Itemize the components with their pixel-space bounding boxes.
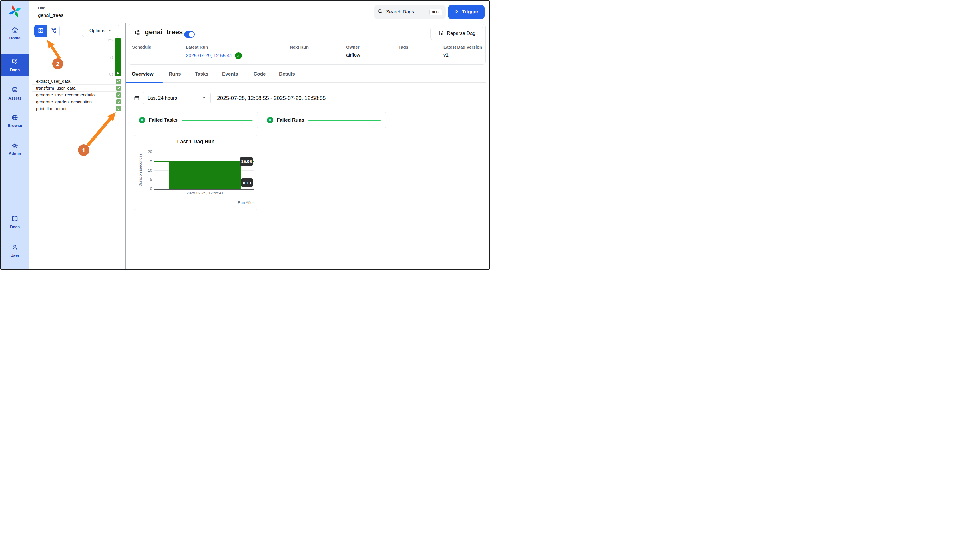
trigger-label: Trigger [462,9,479,15]
dag-run-duration-bar[interactable] [115,38,121,76]
dag-detail-panel: genai_trees Reparse Dag Schedule Latest … [126,23,490,270]
tab-runs[interactable]: Runs [169,71,181,77]
task-row[interactable]: generate_garden_description [32,99,121,105]
trigger-button[interactable]: Trigger [448,5,485,19]
gear-icon [11,142,19,149]
airflow-logo[interactable] [1,4,29,18]
sidebar-item-docs[interactable]: Docs [1,215,29,229]
airflow-pinwheel-icon [8,4,22,18]
task-name: extract_user_data [32,79,70,83]
tab-code[interactable]: Code [254,71,266,77]
task-row[interactable]: extract_user_data [32,78,121,84]
chart-y-axis [154,152,154,190]
tab-overview[interactable]: Overview [132,71,154,77]
dag-title: genai_trees [145,28,183,36]
task-success-check-icon[interactable] [116,106,121,111]
view-toggle [34,25,60,37]
graph-view-button[interactable] [47,25,59,37]
y-tick: 15 [142,159,152,163]
options-dropdown[interactable]: Options [82,25,119,37]
database-icon [11,86,19,94]
latest-run-link[interactable]: 2025-07-29, 12:55:41 [186,53,242,59]
tab-tasks[interactable]: Tasks [195,71,208,77]
reparse-label: Reparse Dag [447,30,476,36]
page-title: genai_trees [38,13,64,18]
gantt-tick-0s: 0s [102,72,113,76]
task-name: transform_user_data [32,86,75,91]
airflow-app-window: Home Dags Assets Browse Admin Docs User … [0,0,490,270]
sidebar-item-dags[interactable]: Dags [1,54,29,76]
task-success-check-icon[interactable] [116,92,121,97]
queued-duration-value-badge: 0.13 [241,178,253,187]
dag-enabled-toggle[interactable] [184,31,195,38]
user-icon [11,244,19,251]
reparse-dag-button[interactable]: Reparse Dag [430,27,484,40]
dag-branch-icon [134,29,142,38]
field-label: Latest Run [186,45,242,49]
time-range-text: 2025-07-28, 12:58:55 - 2025-07-29, 12:58… [217,95,326,101]
globe-icon [11,114,19,121]
task-row[interactable]: print_llm_output [32,105,121,112]
gantt-tick-15s: 15s [102,38,113,42]
task-success-check-icon[interactable] [116,99,121,104]
success-check-icon [235,53,242,59]
gantt-tick-7s: 7s [102,55,113,59]
queued-duration-line [154,189,254,190]
sidebar-item-assets[interactable]: Assets [1,86,29,100]
sidebar-item-label: Browse [8,123,22,128]
field-label: Owner [346,45,360,49]
x-tick-run-timestamp: 2025-07-29, 12:55:41 [171,191,239,195]
field-value: airflow [346,53,360,58]
failed-tasks-count-badge: 0 [139,117,145,123]
search-shortcut-badge: ⌘+K [430,9,442,16]
task-name: generate_tree_recommendatio... [32,92,99,97]
graph-icon [50,27,56,35]
field-value: v1 [444,53,482,58]
tab-details[interactable]: Details [279,71,295,77]
run-duration-value-badge: 15.06 [240,157,253,166]
run-duration-bar[interactable] [169,161,241,189]
task-name: generate_garden_description [32,99,92,104]
book-icon [11,215,19,223]
y-tick: 0 [142,186,152,191]
sidebar-item-browse[interactable]: Browse [1,114,29,128]
task-success-check-icon[interactable] [116,86,121,91]
field-latest-run: Latest Run 2025-07-29, 12:55:41 [186,45,242,59]
tab-events[interactable]: Events [222,71,238,77]
sidebar-item-label: Docs [10,225,20,229]
dag-header-card: genai_trees Reparse Dag Schedule Latest … [128,24,486,65]
run-play-icon [117,72,119,75]
time-range-value: Last 24 hours [148,95,177,101]
field-owner: Owner airflow [346,45,360,58]
task-row[interactable]: transform_user_data [32,84,121,92]
time-range-select[interactable]: Last 24 hours [143,92,211,104]
grid-view-button[interactable] [34,25,47,37]
failed-runs-card: 0 Failed Runs [262,112,386,128]
y-tick: 5 [142,177,152,182]
field-label: Latest Dag Version [444,45,482,49]
sidebar-item-label: Dags [10,67,20,72]
sidebar-item-label: Admin [9,151,21,156]
latest-run-timestamp: 2025-07-29, 12:55:41 [186,53,232,59]
run-duration-line [154,161,254,162]
failed-runs-label: Failed Runs [277,117,304,123]
chevron-down-icon [108,28,112,33]
breadcrumb: Dag [38,6,45,10]
search-dags-input[interactable]: Search Dags ⌘+K [374,5,446,19]
search-icon [377,9,383,16]
dag-grid-panel: Options 15s 7s 0s extract_user_data tran… [29,23,125,270]
field-label: Tags [399,45,408,49]
sidebar-item-home[interactable]: Home [1,26,29,40]
last-dag-run-chart-card: Last 1 Dag Run Duration (seconds) 20 15 … [134,135,258,210]
sidebar-item-label: User [10,253,19,258]
task-row[interactable]: generate_tree_recommendatio... [32,92,121,99]
search-placeholder: Search Dags [386,9,414,15]
chart-x-axis-title: Run After [238,201,254,205]
toggle-knob [189,32,194,37]
sidebar-item-admin[interactable]: Admin [1,142,29,156]
home-icon [11,26,19,34]
failed-runs-sparkline [308,119,381,121]
task-success-check-icon[interactable] [116,79,121,84]
sidebar-item-user[interactable]: User [1,244,29,258]
field-label: Next Run [290,45,309,49]
